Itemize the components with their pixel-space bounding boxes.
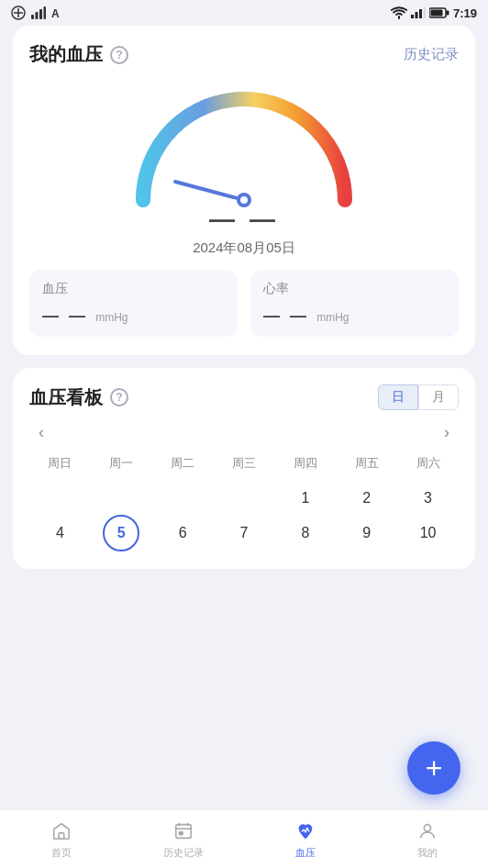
hr-stat-value: — — mmHg <box>263 306 446 326</box>
svg-rect-21 <box>179 831 183 834</box>
cal-weekday-header: 周三 <box>214 451 275 481</box>
hr-unit: mmHg <box>316 311 349 324</box>
bp-help-icon[interactable]: ? <box>110 46 128 64</box>
cal-date-cell[interactable]: 9 <box>336 516 397 551</box>
bp-title-text: 我的血压 <box>29 42 103 67</box>
signal-icon <box>31 6 46 20</box>
svg-rect-8 <box>419 9 422 18</box>
svg-rect-12 <box>430 10 442 17</box>
me-nav-icon <box>416 819 439 843</box>
nav-label-home: 首页 <box>51 846 72 860</box>
svg-line-13 <box>175 182 244 200</box>
gauge-value: — — <box>209 205 279 234</box>
home-icon <box>50 819 73 843</box>
toggle-month-button[interactable]: 月 <box>418 384 459 410</box>
history-nav-icon <box>172 819 195 843</box>
gauge-container: — — 2024年08月05日 <box>29 76 459 257</box>
cal-weekday-header: 周二 <box>152 451 214 481</box>
svg-text:A: A <box>51 7 60 18</box>
cal-weekday-header: 周日 <box>29 451 91 481</box>
bp-card-header: 我的血压 ? 历史记录 <box>29 42 459 67</box>
svg-rect-6 <box>411 15 414 18</box>
dashboard-card-header: 血压看板 ? 日 月 <box>29 384 459 410</box>
fab-icon: + <box>426 751 443 785</box>
svg-point-22 <box>424 824 430 830</box>
bp-card-title: 我的血压 ? <box>29 42 128 67</box>
cal-date-cell <box>29 481 91 516</box>
svg-rect-17 <box>175 824 191 838</box>
cal-weekday-header: 周一 <box>91 451 152 481</box>
prev-arrow[interactable]: ‹ <box>29 423 53 442</box>
bp-stat-label: 血压 <box>42 281 225 297</box>
svg-rect-9 <box>423 7 426 18</box>
hr-stat-label: 心率 <box>263 281 446 297</box>
bp-stat-value: — — mmHg <box>42 306 225 326</box>
cal-weekday-header: 周四 <box>274 451 336 481</box>
dashboard-help-icon[interactable]: ? <box>110 388 128 406</box>
wifi-icon <box>391 6 407 19</box>
cal-date-cell[interactable]: 1 <box>274 481 336 516</box>
cal-date-cell <box>214 481 275 516</box>
dashboard-title-text: 血压看板 <box>29 385 103 410</box>
cal-date-cell[interactable]: 6 <box>152 516 214 551</box>
battery-icon <box>429 7 449 18</box>
bp-unit: mmHg <box>95 311 128 324</box>
bp-stat-box: 血压 — — mmHg <box>29 270 238 337</box>
a-icon: A <box>51 7 68 18</box>
bp-nav-icon <box>294 819 317 843</box>
hr-stat-box: 心率 — — mmHg <box>250 270 459 337</box>
svg-point-15 <box>240 196 248 204</box>
cal-date-cell[interactable]: 3 <box>397 481 459 516</box>
nav-item-home[interactable]: 首页 <box>0 819 122 860</box>
nav-item-history[interactable]: 历史记录 <box>122 819 244 860</box>
calendar-nav: ‹ › <box>29 419 459 451</box>
svg-rect-11 <box>446 11 449 16</box>
hr-dash-value: — — <box>263 306 309 325</box>
status-bar: A 7:19 <box>0 0 488 26</box>
next-arrow[interactable]: › <box>435 423 459 442</box>
mobile-signal-icon <box>411 7 426 18</box>
nav-label-me: 我的 <box>417 846 438 860</box>
gauge-svg <box>116 76 372 214</box>
cal-date-cell <box>152 481 214 516</box>
cal-weekday-header: 周五 <box>336 451 397 481</box>
cal-date-cell <box>91 481 152 516</box>
dashboard-title: 血压看板 ? <box>29 385 128 410</box>
main-scroll-area: 我的血压 ? 历史记录 <box>0 26 488 809</box>
blood-pressure-card: 我的血压 ? 历史记录 <box>13 26 475 355</box>
gauge-date: 2024年08月05日 <box>193 239 295 257</box>
cal-date-cell[interactable]: 7 <box>214 516 275 551</box>
svg-rect-3 <box>39 9 42 19</box>
cal-date-cell[interactable]: 4 <box>29 516 91 551</box>
nav-label-history: 历史记录 <box>163 846 204 860</box>
view-toggle: 日 月 <box>378 384 459 410</box>
bottom-nav: 首页 历史记录 血压 <box>0 809 488 868</box>
toggle-day-button[interactable]: 日 <box>378 384 418 410</box>
bp-stats: 血压 — — mmHg 心率 — — mmHg <box>29 270 459 337</box>
calendar-grid: 周日周一周二周三周四周五周六12345678910 <box>29 451 459 551</box>
network-icon <box>11 6 26 20</box>
svg-rect-7 <box>415 12 417 18</box>
cal-date-cell[interactable]: 2 <box>336 481 397 516</box>
cal-date-cell[interactable]: 8 <box>274 516 336 551</box>
dashboard-card: 血压看板 ? 日 月 ‹ › 周日周一周二周三周四周五周六12345678910 <box>13 368 475 569</box>
nav-item-me[interactable]: 我的 <box>366 819 488 860</box>
cal-today-cell[interactable]: 5 <box>91 516 152 551</box>
nav-label-bp: 血压 <box>295 846 316 860</box>
history-link[interactable]: 历史记录 <box>404 46 459 63</box>
svg-rect-16 <box>59 832 64 838</box>
status-left-icons: A <box>11 6 68 20</box>
svg-rect-4 <box>44 6 47 19</box>
status-right: 7:19 <box>391 6 477 20</box>
time-display: 7:19 <box>453 6 477 20</box>
cal-weekday-header: 周六 <box>397 451 459 481</box>
bp-dash-value: — — <box>42 306 88 325</box>
nav-item-bp[interactable]: 血压 <box>244 819 366 860</box>
add-record-fab[interactable]: + <box>407 741 460 795</box>
svg-rect-1 <box>31 15 34 19</box>
cal-date-cell[interactable]: 10 <box>397 516 459 551</box>
svg-rect-2 <box>36 12 39 19</box>
